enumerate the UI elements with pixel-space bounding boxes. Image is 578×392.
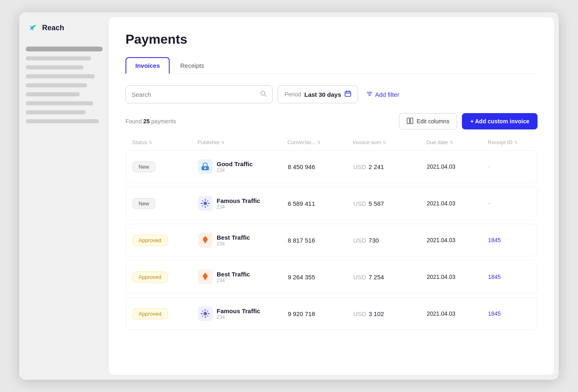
due-date: 2021.04.03 (427, 200, 488, 207)
publisher-id: 234 (217, 278, 250, 283)
period-value: Last 30 days (304, 91, 341, 98)
receipt-id[interactable]: 1845 (488, 274, 538, 280)
invoice-sum: USD 5 587 (353, 200, 427, 207)
amount: 2 241 (369, 163, 384, 170)
publisher-name: Famous Traffic (217, 307, 260, 314)
sort-icon-status[interactable]: ⇅ (149, 140, 152, 145)
sidebar-item-4[interactable] (26, 74, 95, 78)
sort-icon-publisher[interactable]: ⇅ (221, 140, 224, 145)
row-status: Approved (132, 272, 198, 283)
add-filter-button[interactable]: Add filter (363, 91, 403, 98)
found-count: 25 (143, 118, 150, 125)
sidebar: Reach (19, 12, 109, 380)
period-label: Period (285, 91, 301, 98)
sort-icon-conversions[interactable]: ⇅ (317, 140, 320, 145)
svg-rect-7 (410, 118, 413, 124)
sidebar-item-3[interactable] (26, 65, 83, 69)
col-header-invoice-sum: Invoice sum ⇅ (353, 136, 426, 149)
table-row: New Good Traffic 234 8 450 (125, 150, 538, 183)
edit-columns-button[interactable]: Edit columns (399, 113, 457, 129)
invoice-sum: USD 3 102 (353, 310, 427, 317)
conversions-value: 8 817 516 (288, 237, 353, 244)
search-input[interactable] (132, 91, 257, 98)
receipt-id: - (488, 200, 538, 207)
receipt-id[interactable]: 1845 (488, 237, 538, 243)
currency: USD (353, 310, 366, 317)
search-input-wrap[interactable] (125, 85, 273, 103)
edit-columns-label: Edit columns (417, 118, 449, 125)
amount: 730 (369, 237, 379, 244)
col-header-conversions: Conversio... ⇅ (287, 136, 353, 149)
row-status: New (132, 198, 198, 209)
status-badge-new: New (132, 161, 155, 172)
table-header: Status ⇅ Publisher ⇅ Conversio... ⇅ Invo… (125, 136, 538, 149)
publisher-cell: Good Traffic 234 (198, 159, 288, 174)
main-content: Payments Invoices Receipts Period Last 3… (109, 17, 554, 375)
sidebar-item-9[interactable] (26, 119, 99, 123)
sort-icon-receipt-id[interactable]: ⇅ (514, 140, 518, 145)
publisher-cell: Famous Traffic 234 (198, 306, 288, 321)
svg-rect-2 (345, 91, 351, 96)
svg-rect-9 (204, 167, 206, 169)
publisher-name: Best Traffic (217, 234, 250, 241)
sidebar-item-6[interactable] (26, 92, 80, 96)
publisher-cell: Famous Traffic 234 (198, 196, 288, 211)
sidebar-item-1[interactable] (26, 47, 103, 51)
svg-point-10 (204, 202, 207, 205)
currency: USD (353, 200, 366, 207)
publisher-icon (198, 306, 213, 321)
publisher-name: Famous Traffic (217, 197, 260, 204)
invoice-sum: USD 730 (353, 237, 427, 244)
conversions-value: 9 264 355 (288, 274, 353, 281)
sidebar-item-7[interactable] (26, 101, 93, 105)
row-status: New (132, 161, 198, 172)
publisher-id: 234 (217, 314, 260, 320)
add-invoice-label: + Add custom invoice (470, 118, 529, 125)
row-status: Approved (132, 235, 198, 246)
publisher-id: 234 (217, 241, 250, 247)
sidebar-item-8[interactable] (26, 110, 86, 114)
status-badge-approved: Approved (132, 308, 168, 319)
publisher-name: Good Traffic (217, 160, 253, 167)
period-filter-button[interactable]: Period Last 30 days (278, 85, 358, 103)
tab-receipts[interactable]: Receipts (171, 57, 213, 74)
publisher-icon (198, 233, 213, 247)
conversions-value: 8 450 946 (288, 163, 353, 170)
svg-rect-6 (407, 118, 410, 124)
payments-table: Status ⇅ Publisher ⇅ Conversio... ⇅ Invo… (125, 136, 538, 334)
publisher-id: 234 (217, 204, 260, 210)
status-badge-approved: Approved (132, 272, 168, 283)
tab-invoices[interactable]: Invoices (125, 57, 170, 74)
table-action-buttons: Edit columns + Add custom invoice (399, 113, 538, 129)
publisher-name: Best Traffic (217, 271, 250, 278)
due-date: 2021.04.03 (427, 274, 488, 280)
publisher-info: Good Traffic 234 (217, 160, 253, 173)
col-header-publisher: Publisher ⇅ (197, 136, 287, 149)
sidebar-item-5[interactable] (26, 83, 87, 87)
receipt-id[interactable]: 1845 (488, 310, 538, 317)
amount: 5 587 (369, 200, 384, 207)
amount: 7 254 (369, 274, 384, 281)
add-invoice-button[interactable]: + Add custom invoice (462, 113, 538, 129)
conversions-value: 6 589 411 (288, 200, 353, 207)
app-logo: Reach (26, 22, 103, 33)
publisher-icon (198, 270, 213, 284)
filter-icon (366, 91, 373, 98)
sort-icon-invoice-sum[interactable]: ⇅ (383, 140, 386, 145)
sidebar-item-2[interactable] (26, 56, 91, 60)
tab-bar: Invoices Receipts (125, 57, 538, 74)
publisher-info: Best Traffic 234 (217, 271, 250, 283)
currency: USD (353, 274, 366, 281)
due-date: 2021.04.03 (427, 163, 488, 170)
svg-point-11 (204, 312, 207, 315)
table-row: Approved Famous Traffic 234 (125, 297, 538, 330)
found-suffix: payments (151, 118, 176, 125)
receipt-id: - (488, 163, 538, 170)
publisher-info: Famous Traffic 234 (217, 307, 260, 320)
col-header-status: Status ⇅ (132, 136, 197, 149)
search-icon (260, 90, 267, 98)
table-row: Approved Best Traffic 234 8 817 516 (125, 224, 538, 256)
found-text: Found 25 payments (125, 118, 176, 125)
status-badge-new: New (132, 198, 155, 209)
sort-icon-due-date[interactable]: ⇅ (450, 140, 453, 145)
